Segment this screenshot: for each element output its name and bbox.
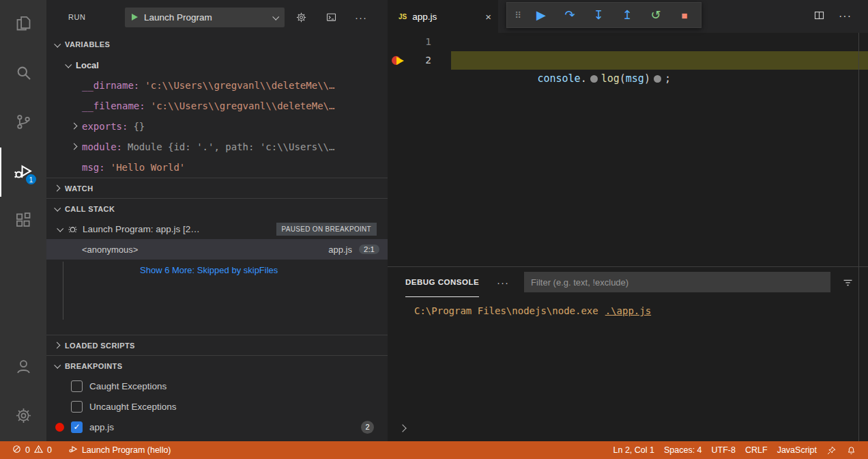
- console-input-prompt[interactable]: [400, 421, 405, 434]
- section-variables[interactable]: VARIABLES: [46, 34, 388, 55]
- variable-value: 'c:\\Users\\gregvanl\\deleteMe\…: [151, 100, 335, 111]
- error-icon: [12, 444, 22, 456]
- continue-button[interactable]: ▶: [527, 4, 555, 26]
- step-into-button[interactable]: ↧: [584, 4, 613, 26]
- call-stack-frame-row[interactable]: <anonymous> app.js 2:1: [46, 239, 388, 260]
- language-mode-status[interactable]: JavaScript: [772, 441, 822, 459]
- debug-console-icon[interactable]: [326, 12, 337, 23]
- run-and-debug-item[interactable]: 1: [0, 148, 46, 197]
- cursor-position-status[interactable]: Ln 2, Col 1: [609, 441, 659, 459]
- show-more-skipfiles-link[interactable]: Show 6 More: Skipped by skipFiles: [46, 260, 388, 280]
- tab-appjs[interactable]: JS app.js ×: [388, 0, 498, 33]
- activity-bar: 1: [0, 0, 46, 441]
- check-icon: ✓: [73, 423, 80, 431]
- section-call-stack[interactable]: CALL STACK: [46, 198, 388, 219]
- line-number: 2: [411, 51, 431, 70]
- warning-count: 0: [47, 445, 52, 455]
- variable-row-exports[interactable]: exports: {}: [46, 116, 388, 137]
- close-tab-icon[interactable]: ×: [485, 11, 491, 23]
- split-editor-icon[interactable]: [813, 10, 825, 24]
- gear-icon: [14, 406, 33, 428]
- active-debug-session-status[interactable]: Launch Program (hello): [63, 441, 176, 459]
- status-bar: 0 0 Launch Program (hello) Ln 2, Col 1 S…: [0, 441, 868, 459]
- files-icon: [14, 14, 33, 36]
- launch-config-label: Launch Program: [144, 12, 267, 23]
- console-filter-input[interactable]: [524, 272, 830, 292]
- stop-button[interactable]: ■: [670, 4, 699, 26]
- section-loaded-scripts[interactable]: LOADED SCRIPTS: [46, 335, 388, 355]
- search-icon: [14, 64, 33, 85]
- explorer-item[interactable]: [0, 0, 46, 49]
- panel-more-actions-icon[interactable]: ···: [497, 277, 509, 288]
- variable-name: __filename:: [82, 100, 145, 111]
- eol-status[interactable]: CRLF: [740, 441, 772, 459]
- checkbox-caught-exceptions[interactable]: [71, 380, 83, 392]
- problems-status[interactable]: 0 0: [7, 441, 57, 459]
- code-line-1[interactable]: 1 var msg = 'Hello World';: [388, 33, 868, 51]
- current-line-breakpoint-indicator[interactable]: [388, 51, 411, 70]
- breakpoint-row-uncaught[interactable]: Uncaught Exceptions: [46, 396, 388, 417]
- breakpoint-dot-icon: [55, 423, 64, 432]
- views-more-actions-icon[interactable]: ···: [355, 12, 367, 23]
- scope-local[interactable]: Local: [46, 55, 388, 75]
- breakpoint-row-appjs[interactable]: ✓ app.js 2: [46, 417, 388, 437]
- gutter-glyph-margin[interactable]: [388, 33, 411, 51]
- debug-session-label: Launch Program (hello): [82, 445, 171, 455]
- inline-breakpoint-icon[interactable]: [590, 75, 598, 83]
- code-line-2[interactable]: 2 console.log(msg);: [388, 51, 868, 70]
- encoding-status[interactable]: UTF-8: [707, 441, 740, 459]
- console-file-link[interactable]: .\app.js: [605, 305, 651, 316]
- variable-row-module[interactable]: module: Module {id: '.', path: 'c:\\User…: [46, 137, 388, 157]
- variable-row-dirname[interactable]: __dirname: 'c:\\Users\\gregvanl\\deleteM…: [46, 75, 388, 96]
- session-label: Launch Program: app.js [2…: [83, 224, 200, 234]
- section-breakpoints[interactable]: BREAKPOINTS: [46, 355, 388, 376]
- notifications-bell-icon[interactable]: [841, 441, 861, 459]
- editor-more-actions-icon[interactable]: ···: [839, 10, 852, 23]
- search-item[interactable]: [0, 49, 46, 98]
- source-control-item[interactable]: [0, 98, 46, 148]
- chevron-down-icon: [54, 40, 61, 47]
- accounts-item[interactable]: [0, 343, 46, 392]
- frame-name: <anonymous>: [82, 245, 138, 255]
- variable-row-msg[interactable]: msg: 'Hello World': [46, 157, 388, 178]
- editor-scrollbar[interactable]: [858, 33, 859, 441]
- inline-breakpoint-icon[interactable]: [654, 75, 661, 83]
- code-token: console: [537, 72, 580, 85]
- section-label: WATCH: [65, 184, 93, 193]
- variable-row-filename[interactable]: __filename: 'c:\\Users\\gregvanl\\delete…: [46, 96, 388, 116]
- indentation-status[interactable]: Spaces: 4: [659, 441, 707, 459]
- call-stack-session-row[interactable]: Launch Program: app.js [2… PAUSED ON BRE…: [46, 219, 388, 239]
- start-debugging-icon[interactable]: [132, 14, 138, 20]
- sidebar-toolbar: RUN Launch Program ···: [46, 0, 388, 34]
- chevron-down-icon: [54, 205, 61, 212]
- variable-value: 'Hello World': [111, 162, 186, 173]
- chevron-down-icon: [57, 225, 63, 232]
- section-watch[interactable]: WATCH: [46, 178, 388, 198]
- variable-value: Module {id: '.', path: 'c:\\Users\\…: [128, 141, 334, 152]
- code-editor[interactable]: 1 var msg = 'Hello World'; 2 console.log…: [388, 33, 868, 70]
- restart-button[interactable]: ↺: [641, 4, 670, 26]
- variable-name: msg:: [82, 162, 105, 173]
- open-launch-json-icon[interactable]: [295, 12, 307, 23]
- extensions-item[interactable]: [0, 197, 46, 246]
- chevron-right-icon: [399, 424, 406, 432]
- variable-name: exports:: [82, 121, 128, 132]
- toolbar-drag-handle[interactable]: ⠿: [509, 4, 527, 26]
- code-token: log: [601, 72, 620, 85]
- chevron-right-icon: [71, 123, 78, 130]
- step-out-button[interactable]: ↥: [613, 4, 641, 26]
- launch-config-dropdown[interactable]: Launch Program: [125, 8, 285, 27]
- manage-item[interactable]: [0, 392, 46, 441]
- checkbox-appjs-breakpoint[interactable]: ✓: [71, 421, 83, 433]
- chevron-down-icon: [272, 13, 279, 20]
- checkbox-uncaught-exceptions[interactable]: [71, 401, 83, 413]
- tab-debug-console[interactable]: DEBUG CONSOLE: [405, 267, 479, 297]
- breakpoint-row-caught[interactable]: Caught Exceptions: [46, 376, 388, 396]
- step-over-button[interactable]: ↷: [555, 4, 584, 26]
- section-label: CALL STACK: [65, 205, 115, 213]
- breakpoint-label: Uncaught Exceptions: [89, 402, 177, 412]
- feedback-pin-icon[interactable]: [822, 441, 841, 459]
- frame-position-badge: 2:1: [359, 245, 379, 254]
- editor-group: JS app.js × ··· ⠿ ▶ ↷ ↧ ↥ ↺ ■: [388, 0, 868, 266]
- filter-icon[interactable]: [841, 276, 854, 289]
